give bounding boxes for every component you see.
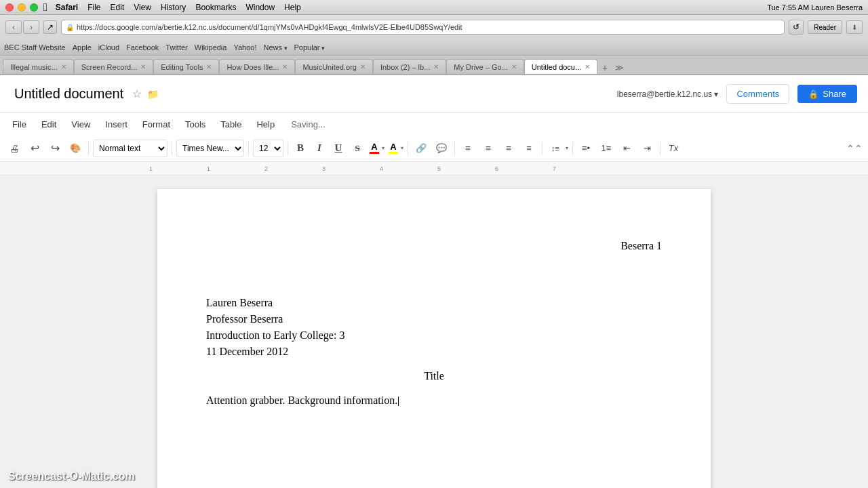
- os-menu-edit[interactable]: Edit: [111, 3, 125, 12]
- tab-close-illegal[interactable]: ✕: [61, 63, 66, 70]
- apple-menu[interactable]: : [43, 1, 47, 14]
- tab-close-untitled[interactable]: ✕: [585, 63, 590, 70]
- tab-close-inbox[interactable]: ✕: [433, 63, 439, 70]
- doc-body[interactable]: Lauren Beserra Professor Beserra Introdu…: [206, 295, 662, 409]
- clear-formatting-button[interactable]: Tx: [665, 140, 682, 157]
- doc-content-area[interactable]: Beserra 1 Lauren Beserra Professor Beser…: [0, 176, 868, 488]
- tab-close-how[interactable]: ✕: [282, 63, 288, 70]
- os-menu-help[interactable]: Help: [284, 3, 301, 12]
- line-date[interactable]: 11 December 2012: [206, 344, 662, 360]
- menu-tools[interactable]: Tools: [178, 117, 212, 132]
- line-course[interactable]: Introduction to Early College: 3: [206, 327, 662, 344]
- line-professor[interactable]: Professor Beserra: [206, 311, 662, 327]
- folder-icon[interactable]: 📁: [147, 89, 159, 100]
- minimize-button[interactable]: [18, 3, 26, 12]
- star-icon[interactable]: ☆: [132, 87, 142, 100]
- numbered-list-button[interactable]: 1≡: [597, 140, 615, 157]
- font-color-button[interactable]: A: [368, 141, 380, 155]
- paint-format-button[interactable]: 🎨: [66, 140, 84, 157]
- line-spacing-arrow[interactable]: ▾: [566, 145, 568, 151]
- undo-button[interactable]: ↩: [26, 140, 43, 157]
- tab-inbox[interactable]: Inbox (2) – lb... ✕: [373, 59, 446, 74]
- traffic-lights[interactable]: [5, 3, 38, 12]
- font-color-arrow[interactable]: ▾: [382, 145, 384, 151]
- share-button[interactable]: 🔒 Share: [797, 85, 857, 103]
- font-size-dropdown[interactable]: 12 10 14 18: [253, 140, 283, 157]
- bullet-list-button[interactable]: ≡•: [577, 140, 595, 157]
- tab-close-music[interactable]: ✕: [360, 63, 366, 70]
- menu-file[interactable]: File: [5, 117, 33, 132]
- align-justify-button[interactable]: ≡: [520, 140, 538, 157]
- tab-editing-tools[interactable]: Editing Tools ✕: [153, 59, 219, 74]
- back-button[interactable]: ‹: [5, 20, 22, 34]
- strikethrough-button[interactable]: S: [349, 140, 366, 157]
- align-left-button[interactable]: ≡: [459, 140, 477, 157]
- decrease-indent-button[interactable]: ⇤: [618, 140, 635, 157]
- highlight-color-button[interactable]: A: [387, 141, 399, 155]
- os-menu-bookmarks[interactable]: Bookmarks: [195, 3, 236, 12]
- reader-button[interactable]: Reader: [808, 20, 842, 34]
- address-bar[interactable]: 🔒 https://docs.google.com/a/bertie.k12.n…: [61, 20, 785, 35]
- tab-close-screen[interactable]: ✕: [140, 63, 146, 70]
- bookmark-popular[interactable]: Popular: [294, 43, 325, 52]
- os-menu-view[interactable]: View: [134, 3, 151, 12]
- doc-paragraph[interactable]: Attention grabber. Background informatio…: [206, 392, 662, 409]
- close-button[interactable]: [5, 3, 14, 12]
- share-page-button[interactable]: ↗: [43, 20, 57, 34]
- menu-view[interactable]: View: [64, 117, 97, 132]
- underline-button[interactable]: U: [330, 140, 347, 157]
- ruler-mark-4: 3: [322, 165, 326, 172]
- doc-essay-title[interactable]: Title: [206, 368, 662, 384]
- tab-close-drive[interactable]: ✕: [511, 63, 517, 70]
- menu-format[interactable]: Format: [136, 117, 177, 132]
- bookmark-twitter[interactable]: Twitter: [165, 43, 187, 52]
- tab-overflow-button[interactable]: ≫: [612, 62, 626, 74]
- tab-untitled-doc[interactable]: Untitled docu... ✕: [524, 59, 597, 74]
- tab-musicunited[interactable]: MusicUnited.org ✕: [295, 59, 372, 74]
- increase-indent-button[interactable]: ⇥: [638, 140, 656, 157]
- menu-table[interactable]: Table: [214, 117, 248, 132]
- bookmark-news[interactable]: News: [264, 43, 288, 52]
- bookmark-apple[interactable]: Apple: [73, 43, 92, 52]
- bookmark-facebook[interactable]: Facebook: [126, 43, 159, 52]
- bookmark-bec[interactable]: BEC Staff Website: [4, 43, 66, 52]
- collapse-toolbar-button[interactable]: ⌃⌃: [846, 140, 863, 157]
- menu-edit[interactable]: Edit: [35, 117, 63, 132]
- new-tab-button[interactable]: +: [597, 62, 612, 74]
- menu-insert[interactable]: Insert: [98, 117, 134, 132]
- italic-button[interactable]: I: [311, 140, 328, 157]
- redo-button[interactable]: ↪: [46, 140, 64, 157]
- reload-button[interactable]: ↺: [789, 20, 804, 35]
- os-menu-window[interactable]: Window: [245, 3, 275, 12]
- bold-button[interactable]: B: [292, 140, 309, 157]
- maximize-button[interactable]: [30, 3, 38, 12]
- download-button[interactable]: ⬇: [846, 20, 863, 34]
- line-spacing-button[interactable]: ↕≡: [547, 140, 564, 157]
- bookmark-wikipedia[interactable]: Wikipedia: [195, 43, 227, 52]
- font-dropdown[interactable]: Times New... Arial Verdana: [176, 140, 244, 157]
- menu-help[interactable]: Help: [250, 117, 281, 132]
- bookmark-yahoo[interactable]: Yahoo!: [233, 43, 256, 52]
- tab-mydrive[interactable]: My Drive – Go... ✕: [446, 59, 524, 74]
- document-title[interactable]: Untitled document: [11, 84, 127, 104]
- user-account[interactable]: lbeserra@bertie.k12.nc.us ▾: [617, 89, 719, 99]
- doc-page[interactable]: Beserra 1 Lauren Beserra Professor Beser…: [157, 189, 711, 488]
- align-center-button[interactable]: ≡: [479, 140, 497, 157]
- tab-screen-record[interactable]: Screen Record... ✕: [74, 59, 154, 74]
- tab-how-does[interactable]: How Does Ille... ✕: [219, 59, 295, 74]
- comment-button[interactable]: 💬: [433, 140, 450, 157]
- os-menu-history[interactable]: History: [161, 3, 186, 12]
- line-author[interactable]: Lauren Beserra: [206, 295, 662, 311]
- tab-close-editing[interactable]: ✕: [206, 63, 212, 70]
- align-right-button[interactable]: ≡: [500, 140, 517, 157]
- tab-illegal-music[interactable]: Illegal music... ✕: [3, 59, 74, 74]
- print-button[interactable]: 🖨: [5, 140, 23, 157]
- bookmark-icloud[interactable]: iCloud: [98, 43, 119, 52]
- os-menu-safari[interactable]: Safari: [56, 3, 78, 12]
- style-dropdown[interactable]: Normal text Heading 1 Heading 2 Heading …: [93, 140, 167, 157]
- forward-button[interactable]: ›: [23, 20, 39, 34]
- os-menu-file[interactable]: File: [87, 3, 100, 12]
- highlight-color-arrow[interactable]: ▾: [401, 145, 403, 151]
- link-button[interactable]: 🔗: [412, 140, 430, 157]
- comments-button[interactable]: Comments: [726, 84, 789, 104]
